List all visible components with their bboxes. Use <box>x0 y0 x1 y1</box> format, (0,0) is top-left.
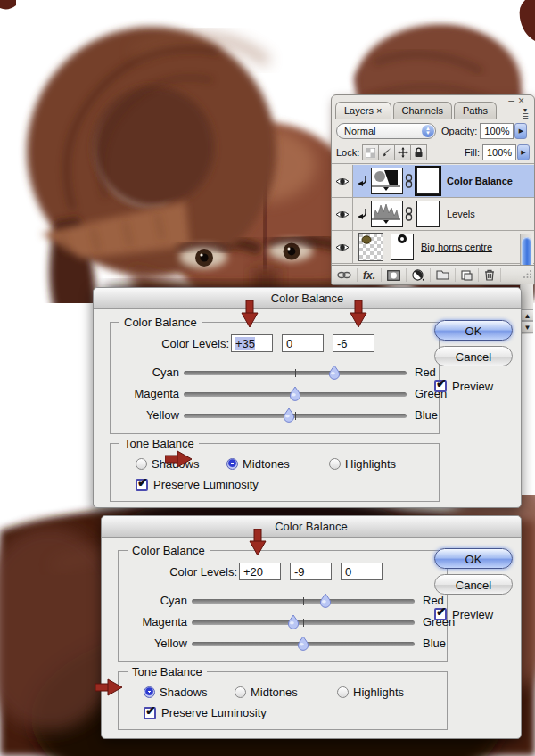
layer-row-levels[interactable]: Levels <box>332 198 534 231</box>
layer-mask-thumbnail[interactable] <box>391 234 414 260</box>
yellow-blue-slider[interactable] <box>192 642 415 646</box>
visibility-toggle[interactable] <box>332 231 353 263</box>
blend-mode-select[interactable]: Normal ▲▼ <box>336 123 436 139</box>
link-mask-icon <box>405 207 413 221</box>
cancel-button[interactable]: Cancel <box>434 346 513 366</box>
magenta-green-slider[interactable] <box>184 392 407 397</box>
preserve-luminosity-checkbox[interactable] <box>144 707 156 719</box>
fx-icon[interactable]: fx. <box>358 268 382 282</box>
slider-left-label: Cyan <box>108 366 179 379</box>
slider-thumb[interactable] <box>319 593 332 608</box>
opacity-value[interactable]: 100% <box>480 123 514 139</box>
trash-icon[interactable] <box>479 268 501 282</box>
visibility-toggle[interactable] <box>332 165 353 197</box>
layer-mask-thumbnail[interactable] <box>416 168 440 194</box>
layer-name[interactable]: Levels <box>447 209 475 219</box>
preview-label: Preview <box>452 608 493 621</box>
ok-button[interactable]: OK <box>434 320 513 341</box>
color-balance-adjustment-thumbnail[interactable] <box>371 168 403 194</box>
group-legend: Color Balance <box>128 544 210 557</box>
slider-thumb[interactable] <box>287 614 300 629</box>
yellow-blue-slider[interactable] <box>184 414 407 418</box>
highlights-radio[interactable] <box>329 458 341 470</box>
slider-thumb[interactable] <box>328 365 341 380</box>
fill-label: Fill: <box>465 147 480 158</box>
magenta-green-slider[interactable] <box>192 620 415 625</box>
fill-value[interactable]: 100% <box>482 144 516 160</box>
slider-right-label: Red <box>415 366 436 379</box>
color-level-input-3[interactable]: -6 <box>333 334 374 352</box>
tab-layers[interactable]: Layers × <box>335 102 391 119</box>
layer-name[interactable]: Color Balance <box>447 176 513 186</box>
layers-list: Color Balance Levels <box>332 165 534 265</box>
color-balance-dialog-midtones: Color Balance Color Balance Color Levels… <box>93 287 522 508</box>
color-level-input-2[interactable]: 0 <box>282 334 324 352</box>
close-icon[interactable]: × <box>518 94 528 107</box>
lock-transparency-icon[interactable] <box>362 144 379 160</box>
scroll-up-icon[interactable]: ▲ <box>521 309 533 321</box>
scroll-down-icon[interactable]: ▼ <box>521 321 533 333</box>
color-level-input-3[interactable]: 0 <box>341 563 383 580</box>
tab-paths[interactable]: Paths <box>454 102 497 119</box>
lock-pixels-icon[interactable] <box>378 144 395 160</box>
link-mask-icon <box>405 174 413 188</box>
lock-label: Lock: <box>336 147 359 158</box>
visibility-toggle[interactable] <box>332 198 353 230</box>
preview-checkbox[interactable] <box>434 380 447 392</box>
tab-channels[interactable]: Channels <box>393 102 452 119</box>
levels-adjustment-thumbnail[interactable] <box>371 201 403 227</box>
lock-all-icon[interactable] <box>410 144 427 160</box>
scrollbar-thumb[interactable] <box>522 237 531 267</box>
slider-left-label: Magenta <box>116 615 187 629</box>
new-group-icon[interactable] <box>431 268 456 282</box>
resize-grip-icon[interactable] <box>523 269 532 281</box>
slider-thumb[interactable] <box>283 407 295 423</box>
color-levels-label: Color Levels: <box>129 337 229 350</box>
cyan-red-slider[interactable] <box>184 371 407 375</box>
color-level-input-1[interactable]: +20 <box>239 563 281 580</box>
image-layer-thumbnail[interactable] <box>358 233 383 261</box>
midtones-radio[interactable] <box>235 686 246 698</box>
layer-row-color-balance[interactable]: Color Balance <box>332 165 534 198</box>
ok-button[interactable]: OK <box>434 548 513 569</box>
shadows-label: Shadows <box>160 686 207 699</box>
cyan-red-slider[interactable] <box>192 599 415 604</box>
color-levels-label: Color Levels: <box>137 565 237 579</box>
lock-position-icon[interactable] <box>394 144 411 160</box>
midtones-radio[interactable] <box>226 458 238 470</box>
slider-right-label: Blue <box>423 637 446 650</box>
clipping-mask-arrow-icon <box>357 175 368 187</box>
eye-icon <box>335 177 350 186</box>
cancel-button[interactable]: Cancel <box>434 574 513 595</box>
link-icon[interactable] <box>332 268 358 282</box>
layers-palette: –× ▾☰ Layers × Channels Paths Normal ▲▼ … <box>331 94 535 285</box>
add-mask-icon[interactable] <box>382 268 407 282</box>
slider-thumb[interactable] <box>289 386 301 401</box>
tone-balance-group: Tone Balance Shadows Midtones Highlights… <box>118 671 448 730</box>
slider-left-label: Yellow <box>108 408 179 422</box>
layer-mask-thumbnail[interactable] <box>416 201 440 227</box>
highlights-radio[interactable] <box>337 686 349 698</box>
preserve-luminosity-label: Preserve Luminosity <box>153 478 259 491</box>
adjustment-icon[interactable] <box>407 268 431 282</box>
stepper-icon[interactable]: ▲▼ <box>422 125 434 137</box>
layer-name[interactable]: Big horns centre <box>421 242 492 252</box>
slider-left-label: Magenta <box>108 387 179 400</box>
new-layer-icon[interactable] <box>456 268 479 282</box>
color-level-input-1[interactable]: +35 <box>231 334 273 352</box>
slider-thumb[interactable] <box>297 636 309 651</box>
shadows-radio[interactable] <box>144 686 155 698</box>
palette-scrollbar[interactable]: ▲ ▼ <box>520 234 533 334</box>
clipping-mask-arrow-icon <box>357 208 368 220</box>
preview-checkbox[interactable] <box>434 608 447 620</box>
preserve-luminosity-checkbox[interactable] <box>136 479 148 491</box>
slider-left-label: Cyan <box>116 594 187 607</box>
dialog-title: Color Balance <box>94 288 521 309</box>
midtones-label: Midtones <box>243 457 290 471</box>
shadows-radio[interactable] <box>136 458 147 470</box>
color-level-input-2[interactable]: -9 <box>290 563 332 580</box>
palette-menu-icon[interactable]: ▾☰ <box>519 107 531 119</box>
layer-row-big-horns-centre[interactable]: Big horns centre <box>332 231 534 264</box>
opacity-arrow-icon[interactable]: ▶ <box>514 123 527 139</box>
fill-arrow-icon[interactable]: ▶ <box>517 144 530 160</box>
